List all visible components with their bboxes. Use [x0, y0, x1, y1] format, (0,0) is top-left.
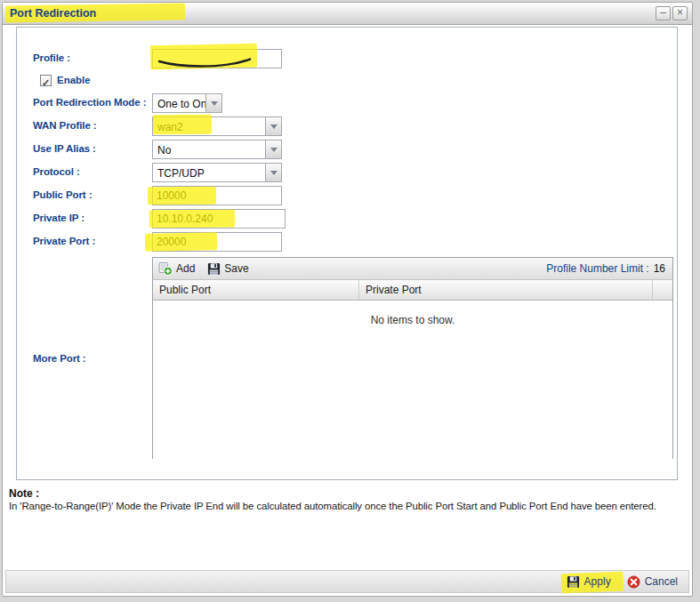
form-row-private-port: Private Port :: [17, 232, 677, 253]
enable-label: Enable: [57, 75, 91, 85]
wan-profile-label: WAN Profile :: [33, 120, 97, 131]
minimize-button[interactable]: –: [656, 6, 671, 20]
form-row-wan-profile: WAN Profile : wan2: [17, 116, 677, 138]
mode-label: Port Redirection Mode :: [33, 97, 146, 108]
table-empty-text: No items to show.: [153, 301, 672, 326]
save-button-label: Save: [224, 262, 248, 275]
private-port-label: Private Port :: [33, 236, 95, 246]
enable-checkbox[interactable]: ✓: [40, 75, 52, 86]
column-header-public-port[interactable]: Public Port: [153, 280, 359, 300]
window-title: Port Redirection: [10, 7, 96, 20]
public-port-label: Public Port :: [33, 189, 92, 200]
grid-body: No items to show.: [153, 301, 672, 460]
add-button[interactable]: Add: [158, 261, 195, 276]
apply-button[interactable]: Apply: [567, 575, 611, 589]
cancel-button[interactable]: Cancel: [627, 575, 678, 589]
wan-profile-value: wan2: [153, 117, 265, 135]
profile-number-limit-label: Profile Number Limit :: [546, 262, 648, 275]
save-button[interactable]: Save: [207, 262, 248, 276]
use-ip-alias-label: Use IP Alias :: [33, 143, 96, 154]
chevron-down-icon: [205, 94, 221, 112]
form-row-public-port: Public Port :: [17, 186, 677, 207]
check-icon: ✓: [42, 77, 50, 88]
more-port-label: More Port :: [33, 353, 86, 364]
private-ip-label: Private IP :: [33, 213, 84, 223]
form-row-protocol: Protocol : TCP/UDP: [17, 163, 677, 184]
private-ip-input[interactable]: [152, 209, 286, 229]
window-titlebar[interactable]: Port Redirection – ×: [3, 3, 692, 25]
cancel-button-label: Cancel: [645, 575, 678, 588]
form-row-enable: ✓ Enable: [17, 72, 677, 93]
form-row-mode: Port Redirection Mode : One to One: [17, 93, 677, 115]
protocol-select[interactable]: TCP/UDP: [152, 163, 282, 182]
close-button[interactable]: ×: [672, 6, 688, 20]
more-port-grid: Add Save Profile Number Limit :16: [152, 257, 673, 459]
profile-label: Profile :: [33, 52, 70, 63]
minimize-icon: –: [660, 6, 666, 19]
use-ip-alias-select[interactable]: No: [152, 140, 282, 159]
port-redirection-mode-select[interactable]: One to One: [152, 93, 222, 113]
profile-input[interactable]: [152, 49, 282, 68]
private-port-input[interactable]: [152, 232, 282, 252]
apply-floppy-icon: [567, 575, 580, 589]
protocol-label: Protocol :: [33, 166, 80, 177]
public-port-input[interactable]: [152, 186, 282, 205]
apply-button-label: Apply: [584, 575, 611, 588]
column-header-spacer: [653, 280, 672, 300]
port-redirection-window: Port Redirection – × Profile : ✓ Enable: [2, 2, 693, 597]
profile-number-limit-value: 16: [654, 262, 665, 275]
note-block: Note : In 'Range-to-Range(IP)' Mode the …: [9, 487, 687, 511]
form-row-profile: Profile :: [17, 49, 677, 70]
footer-bar: Apply Cancel: [5, 570, 689, 593]
wan-profile-select[interactable]: wan2: [152, 116, 282, 136]
save-icon: [207, 262, 221, 276]
chevron-down-icon: [265, 117, 281, 135]
mode-value: One to One: [153, 94, 205, 112]
use-ip-alias-value: No: [153, 140, 265, 158]
form-panel: Profile : ✓ Enable Port Redirection Mode…: [16, 27, 678, 480]
note-title: Note :: [9, 487, 687, 500]
add-icon: [158, 261, 173, 276]
profile-number-limit: Profile Number Limit :16: [546, 262, 667, 275]
add-button-label: Add: [176, 262, 195, 275]
form-row-private-ip: Private IP :: [17, 209, 677, 230]
grid-toolbar: Add Save Profile Number Limit :16: [153, 258, 672, 280]
cancel-icon: [627, 575, 640, 589]
grid-header-row: Public Port Private Port: [153, 280, 672, 301]
close-icon: ×: [677, 6, 683, 19]
chevron-down-icon: [265, 164, 281, 181]
protocol-value: TCP/UDP: [153, 164, 265, 181]
note-body: In 'Range-to-Range(IP)' Mode the Private…: [9, 501, 687, 511]
form-row-use-ip-alias: Use IP Alias : No: [17, 140, 677, 161]
column-header-private-port[interactable]: Private Port: [359, 280, 653, 300]
chevron-down-icon: [265, 140, 281, 158]
